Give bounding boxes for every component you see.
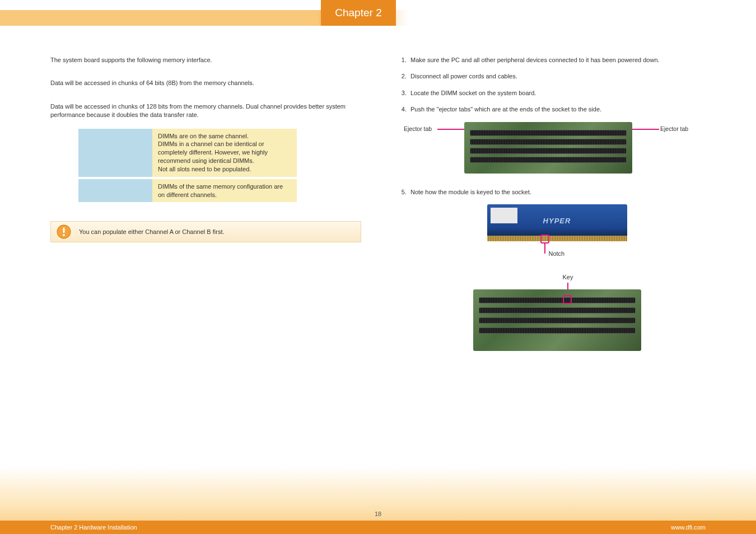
right-column: Make sure the PC and all other periphera…	[395, 56, 706, 370]
figure-ram-notch: HYPER Notch	[408, 204, 706, 266]
table-row: DIMMs are on the same channel. DIMMs in …	[78, 129, 297, 177]
notch-label: Notch	[549, 250, 565, 257]
left-column: The system board supports the following …	[50, 56, 361, 370]
callout-line	[437, 129, 464, 130]
alert-icon	[57, 224, 71, 239]
intro-text: The system board supports the following …	[50, 56, 361, 64]
dual-channel-text: Data will be accessed in chunks of 128 b…	[50, 102, 361, 120]
footer-left: Chapter 2 Hardware Installation	[50, 524, 137, 531]
install-steps: Make sure the PC and all other periphera…	[395, 56, 706, 114]
step-2: Disconnect all power cords and cables.	[408, 72, 706, 81]
key-label: Key	[563, 274, 573, 280]
socket-image	[473, 289, 641, 351]
page-number: 18	[375, 510, 381, 517]
footer-right: www.dfi.com	[671, 524, 706, 531]
row1-line3: Not all slots need to be populated.	[158, 165, 291, 174]
svg-rect-1	[63, 228, 64, 233]
step-4: Push the "ejector tabs" which are at the…	[408, 105, 706, 114]
table-row: DIMMs of the same memory configuration a…	[78, 179, 297, 203]
chapter-tab: Chapter 2	[321, 0, 396, 26]
ram-module-image: HYPER	[487, 204, 627, 237]
ram-brand-text: HYPER	[543, 216, 571, 224]
note-box: You can populate either Channel A or Cha…	[50, 221, 361, 242]
motherboard-image	[464, 122, 632, 174]
ejector-left-label: Ejector tab	[404, 125, 432, 132]
step-3: Locate the DIMM socket on the system boa…	[408, 89, 706, 97]
single-channel-text: Data will be accessed in chunks of 64 bi…	[50, 79, 361, 87]
step-5: Note how the module is keyed to the sock…	[408, 188, 706, 196]
note-text: You can populate either Channel A or Cha…	[79, 228, 354, 235]
figure-ejector-tabs: Ejector tab Ejector tab	[408, 122, 706, 178]
page-content: The system board supports the following …	[50, 56, 706, 370]
step-1: Make sure the PC and all other periphera…	[408, 56, 706, 64]
row1-line1: DIMMs are on the same channel.	[158, 132, 291, 140]
row2-label	[78, 179, 152, 203]
row1-desc: DIMMs are on the same channel. DIMMs in …	[152, 129, 297, 177]
key-highlight	[563, 295, 572, 304]
footer-bar: Chapter 2 Hardware Installation www.dfi.…	[0, 521, 756, 534]
svg-point-2	[63, 235, 65, 237]
callout-line	[632, 129, 659, 130]
row1-label	[78, 129, 152, 177]
notch-highlight	[540, 235, 549, 243]
row1-line2: DIMMs in a channel can be identical or c…	[158, 140, 291, 165]
figure-socket-key: Key	[408, 276, 706, 360]
install-steps-cont: Note how the module is keyed to the sock…	[395, 188, 706, 196]
row2-desc: DIMMs of the same memory configuration a…	[152, 179, 297, 203]
channel-table: DIMMs are on the same channel. DIMMs in …	[78, 127, 297, 205]
ram-sticker	[491, 208, 517, 223]
ejector-right-label: Ejector tab	[660, 125, 688, 132]
callout-line	[544, 243, 545, 254]
